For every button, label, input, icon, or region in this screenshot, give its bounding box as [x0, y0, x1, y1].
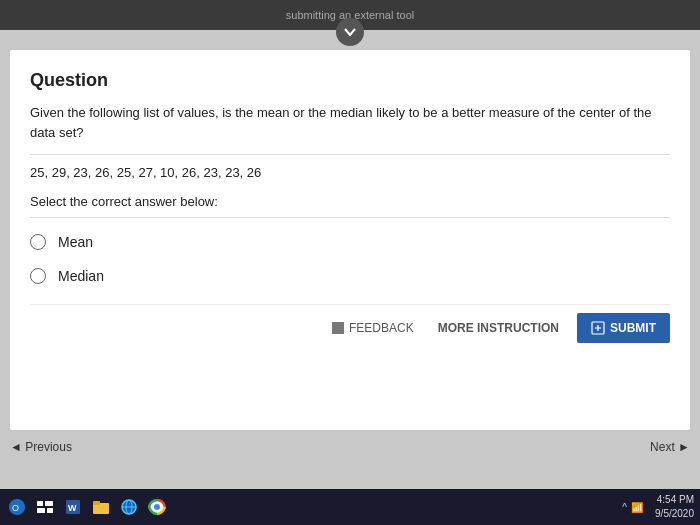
feedback-button[interactable]: FEEDBACK [326, 317, 420, 339]
chrome-icon[interactable] [146, 496, 168, 518]
select-label: Select the correct answer below: [30, 194, 670, 218]
svg-rect-7 [37, 508, 45, 513]
submit-button[interactable]: SUBMIT [577, 313, 670, 343]
bottom-actions: FEEDBACK MORE INSTRUCTION SUBMIT [30, 304, 670, 343]
more-instruction-label: MORE INSTRUCTION [438, 321, 559, 335]
svg-rect-6 [45, 501, 53, 506]
radio-mean[interactable] [30, 234, 46, 250]
svg-point-17 [154, 504, 160, 510]
browser-icon[interactable] [118, 496, 140, 518]
question-body: Given the following list of values, is t… [30, 103, 670, 142]
systray: ^ 📶 [622, 502, 643, 513]
svg-rect-12 [93, 501, 100, 505]
navigation-row: ◄ Previous Next ► [10, 440, 690, 454]
svg-text:O: O [12, 503, 19, 513]
previous-link[interactable]: ◄ Previous [10, 440, 72, 454]
task-view-icon[interactable] [34, 496, 56, 518]
more-instruction-button[interactable]: MORE INSTRUCTION [432, 317, 565, 339]
feedback-icon [332, 322, 344, 334]
svg-text:W: W [68, 503, 77, 513]
option-mean[interactable]: Mean [30, 234, 670, 250]
svg-rect-8 [47, 508, 53, 513]
file-explorer-icon[interactable] [90, 496, 112, 518]
feedback-label: FEEDBACK [349, 321, 414, 335]
question-title: Question [30, 70, 670, 91]
start-button[interactable]: O [6, 496, 28, 518]
chevron-down-button[interactable] [336, 18, 364, 46]
clock-time: 4:54 PM [655, 493, 694, 507]
next-link[interactable]: Next ► [650, 440, 690, 454]
systray-network: 📶 [631, 502, 643, 513]
word-taskbar-icon[interactable]: W [62, 496, 84, 518]
taskbar-clock: 4:54 PM 9/5/2020 [655, 493, 694, 521]
taskbar: O W [0, 489, 700, 525]
option-median[interactable]: Median [30, 268, 670, 284]
question-panel: Question Given the following list of val… [10, 50, 690, 430]
submit-label: SUBMIT [610, 321, 656, 335]
submit-icon [591, 321, 605, 335]
radio-median[interactable] [30, 268, 46, 284]
data-values: 25, 29, 23, 26, 25, 27, 10, 26, 23, 23, … [30, 154, 670, 180]
option-median-label: Median [58, 268, 104, 284]
answer-options: Mean Median [30, 234, 670, 284]
option-mean-label: Mean [58, 234, 93, 250]
svg-rect-5 [37, 501, 43, 506]
clock-date: 9/5/2020 [655, 507, 694, 521]
systray-chevron[interactable]: ^ [622, 502, 627, 513]
